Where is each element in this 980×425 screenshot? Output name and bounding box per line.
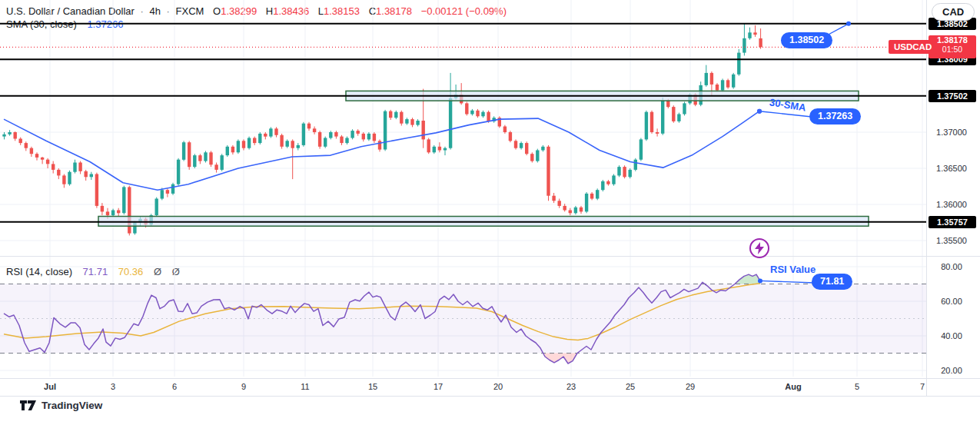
bottom-border — [0, 396, 980, 397]
time-tick-label: 5 — [840, 382, 874, 391]
time-tick-label: 25 — [613, 382, 647, 391]
time-tick-label: 9 — [227, 382, 261, 391]
price-tick-label: 1.36500 — [927, 163, 976, 174]
rsi-tick-label: 60.00 — [927, 296, 976, 307]
time-tick-label: 3 — [96, 382, 130, 391]
time-tick-label: 20 — [481, 382, 515, 391]
price-tick-label: 1.36000 — [927, 199, 976, 210]
time-tick-label: 17 — [421, 382, 455, 391]
tradingview-logo-icon — [20, 400, 36, 411]
time-tick-label: 7 — [905, 382, 926, 391]
rsi-tick-label: 20.00 — [927, 365, 976, 376]
sma-callout[interactable]: 1.37263 — [809, 108, 861, 125]
time-tick-label: Jul — [33, 382, 67, 391]
price-axis[interactable]: 1.370001.365001.360001.3550080.0060.0040… — [927, 0, 980, 396]
rsi-callout[interactable]: 71.81 — [812, 274, 852, 290]
tradingview-wordmark: TradingView — [42, 400, 102, 411]
chart-canvas[interactable] — [0, 0, 980, 425]
time-tick-label: 6 — [158, 382, 191, 391]
time-tick-label: 23 — [554, 382, 588, 391]
symbol-price-badge: USDCAD — [889, 40, 937, 54]
level-callout[interactable]: 1.38502 — [781, 32, 832, 48]
price-tick-label: 1.37000 — [927, 127, 976, 138]
rsi-tick-label: 80.00 — [927, 261, 976, 272]
currency-button[interactable]: CAD — [932, 3, 975, 21]
quick-action-lightning-icon[interactable] — [749, 238, 769, 258]
tradingview-attribution[interactable]: TradingView — [20, 400, 102, 411]
pane-divider[interactable] — [0, 256, 980, 257]
time-tick-label: 11 — [288, 382, 322, 391]
price-tick-label: 1.35500 — [927, 235, 976, 246]
time-axis[interactable]: Jul36911151720232529Aug57 — [0, 379, 926, 396]
trading-chart-window: U.S. Dollar / Canadian Dollar · 4h · FXC… — [0, 0, 980, 425]
rsi-note-label[interactable]: RSI Value — [770, 264, 816, 275]
level-price-label: 1.37502 — [929, 90, 976, 102]
time-tick-label: 15 — [356, 382, 390, 391]
rsi-tick-label: 40.00 — [927, 330, 976, 341]
level-price-label: 1.35757 — [929, 216, 976, 228]
time-tick-label: Aug — [776, 382, 810, 391]
time-tick-label: 29 — [673, 382, 707, 391]
